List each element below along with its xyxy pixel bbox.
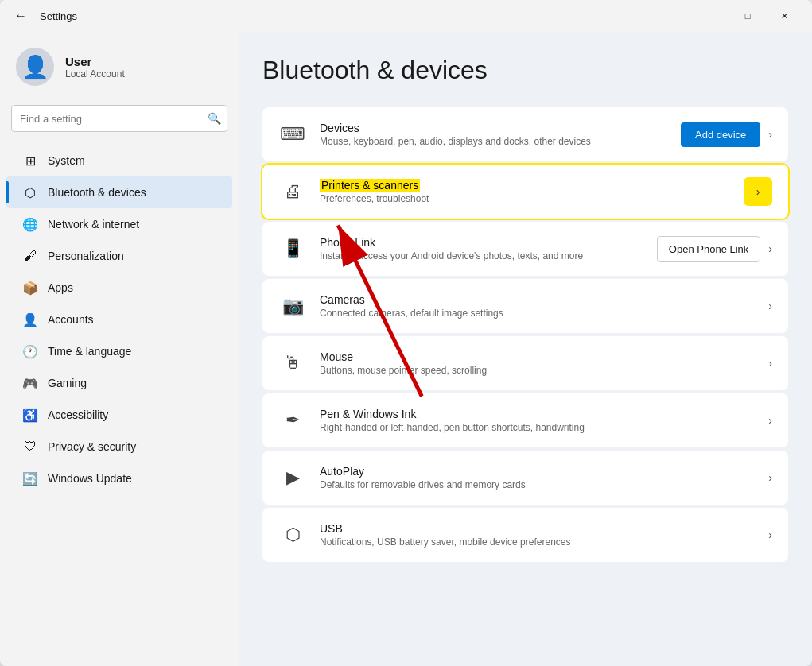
mouse-text: MouseButtons, mouse pointer speed, scrol… [320,350,748,376]
card-cameras[interactable]: 📷CamerasConnected cameras, default image… [262,279,788,333]
card-phone[interactable]: 📱Phone LinkInstantly access your Android… [262,222,788,276]
sidebar-item-network[interactable]: 🌐Network & internet [6,208,232,240]
back-button[interactable]: ← [10,5,32,27]
printers-chevron-yellow[interactable]: › [744,177,772,206]
cameras-icon: 📷 [278,292,307,320]
sidebar-item-label-personalization: Personalization [48,250,124,262]
search-input[interactable] [11,105,227,132]
usb-icon: ⬡ [278,521,307,549]
printers-desc: Preferences, troubleshoot [320,193,731,204]
cameras-action: › [760,299,772,313]
user-icon: 👤 [21,54,49,80]
cameras-text: CamerasConnected cameras, default image … [320,293,748,319]
mouse-chevron: › [768,357,772,370]
card-pen[interactable]: ✒Pen & Windows InkRight-handed or left-h… [262,393,788,447]
mouse-action: › [760,356,772,370]
sidebar-item-label-accounts: Accounts [48,313,94,326]
sidebar-item-time[interactable]: 🕐Time & language [6,335,232,367]
pen-icon: ✒ [278,406,307,435]
titlebar: ← Settings — □ ✕ [0,0,812,32]
minimize-button[interactable]: — [693,4,729,28]
card-printers[interactable]: 🖨Printers & scannersPreferences, trouble… [262,165,788,219]
sidebar-item-label-apps: Apps [48,281,73,294]
content-area: Bluetooth & devices ⌨DevicesMouse, keybo… [239,32,812,666]
devices-text: DevicesMouse, keyboard, pen, audio, disp… [320,122,668,147]
autoplay-desc: Defaults for removable drives and memory… [320,479,748,490]
user-name: User [65,55,125,68]
sidebar: 👤 User Local Account 🔍 ⊞System⬡Bluetooth… [0,32,239,666]
usb-action: › [760,528,772,542]
sidebar-item-label-system: System [48,154,85,167]
titlebar-controls: — □ ✕ [693,4,802,28]
sidebar-item-accounts[interactable]: 👤Accounts [6,304,232,335]
search-box: 🔍 [11,105,227,132]
sidebar-item-bluetooth[interactable]: ⬡Bluetooth & devices [6,176,232,208]
accessibility-nav-icon: ♿ [22,407,38,423]
titlebar-left: ← Settings [10,5,77,27]
settings-list: ⌨DevicesMouse, keyboard, pen, audio, dis… [262,107,788,562]
sidebar-item-privacy[interactable]: 🛡Privacy & security [6,431,232,463]
devices-action-button[interactable]: Add device [681,122,760,147]
card-mouse[interactable]: 🖱MouseButtons, mouse pointer speed, scro… [262,336,788,390]
network-nav-icon: 🌐 [22,216,38,232]
sidebar-item-gaming[interactable]: 🎮Gaming [6,367,232,399]
mouse-desc: Buttons, mouse pointer speed, scrolling [320,365,748,376]
devices-title: Devices [320,122,668,134]
autoplay-icon: ▶ [278,463,307,492]
main-layout: 👤 User Local Account 🔍 ⊞System⬡Bluetooth… [0,32,812,666]
devices-chevron: › [768,128,772,141]
system-nav-icon: ⊞ [22,153,38,168]
titlebar-title: Settings [40,10,77,22]
card-autoplay[interactable]: ▶AutoPlayDefaults for removable drives a… [262,451,788,505]
pen-chevron: › [768,414,772,427]
bluetooth-nav-icon: ⬡ [22,184,38,200]
cameras-chevron: › [768,300,772,312]
sidebar-item-label-privacy: Privacy & security [48,440,136,453]
phone-title: Phone Link [320,236,644,249]
sidebar-item-label-update: Windows Update [48,472,132,485]
devices-desc: Mouse, keyboard, pen, audio, displays an… [320,136,668,147]
sidebar-item-apps[interactable]: 📦Apps [6,272,232,304]
maximize-button[interactable]: □ [729,4,766,28]
autoplay-chevron: › [768,471,772,484]
mouse-title: Mouse [320,350,748,363]
sidebar-item-accessibility[interactable]: ♿Accessibility [6,399,232,431]
pen-desc: Right-handed or left-handed, pen button … [320,422,748,433]
sidebar-item-label-accessibility: Accessibility [48,409,108,421]
usb-chevron: › [768,529,772,541]
sidebar-user[interactable]: 👤 User Local Account [0,32,239,105]
avatar: 👤 [16,48,54,86]
personalization-nav-icon: 🖌 [22,248,38,264]
sidebar-item-personalization[interactable]: 🖌Personalization [6,240,232,272]
search-icon[interactable]: 🔍 [208,112,221,125]
phone-action-button[interactable]: Open Phone Link [657,236,760,262]
time-nav-icon: 🕐 [22,343,38,359]
sidebar-item-update[interactable]: 🔄Windows Update [6,463,232,494]
usb-desc: Notifications, USB battery saver, mobile… [320,536,748,548]
printers-text: Printers & scannersPreferences, troubles… [320,179,731,204]
nav-list: ⊞System⬡Bluetooth & devices🌐Network & in… [0,145,239,494]
pen-action: › [760,413,772,428]
cameras-desc: Connected cameras, default image setting… [320,308,748,319]
phone-icon: 📱 [278,234,307,263]
apps-nav-icon: 📦 [22,280,38,296]
cameras-title: Cameras [320,293,748,306]
phone-action: Open Phone Link› [657,236,772,262]
devices-action: Add device› [681,122,772,147]
page-title: Bluetooth & devices [262,56,788,85]
pen-text: Pen & Windows InkRight-handed or left-ha… [320,408,748,433]
devices-icon: ⌨ [278,120,307,149]
sidebar-item-label-gaming: Gaming [48,377,87,389]
card-devices[interactable]: ⌨DevicesMouse, keyboard, pen, audio, dis… [262,107,788,161]
pen-title: Pen & Windows Ink [320,408,748,420]
accounts-nav-icon: 👤 [22,312,38,327]
close-button[interactable]: ✕ [766,4,802,28]
card-usb[interactable]: ⬡USBNotifications, USB battery saver, mo… [262,508,788,562]
sidebar-item-system[interactable]: ⊞System [6,145,232,176]
user-info: User Local Account [65,55,125,79]
autoplay-text: AutoPlayDefaults for removable drives an… [320,465,748,490]
gaming-nav-icon: 🎮 [22,375,38,391]
mouse-icon: 🖱 [278,349,307,378]
privacy-nav-icon: 🛡 [22,439,38,455]
usb-text: USBNotifications, USB battery saver, mob… [320,522,748,548]
